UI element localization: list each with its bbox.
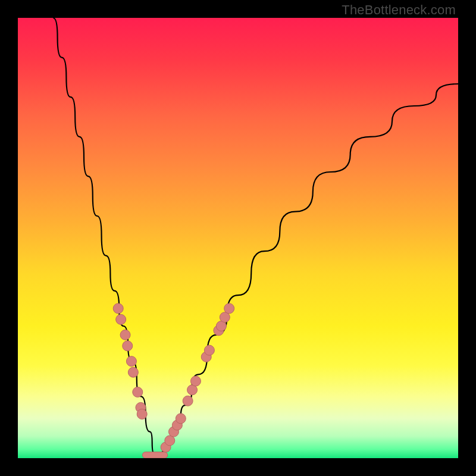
data-point (133, 387, 143, 397)
plot-area (18, 18, 458, 458)
bottleneck-curve (53, 18, 458, 454)
data-points-right-branch (161, 303, 234, 452)
data-point (128, 367, 138, 377)
bottleneck-curve-svg (18, 18, 458, 458)
data-points-left-branch (113, 303, 147, 419)
data-point (183, 396, 193, 406)
data-point (204, 345, 214, 355)
data-point (176, 414, 186, 424)
data-point (137, 409, 147, 419)
data-point (126, 356, 136, 367)
watermark-text: TheBottleneck.com (342, 2, 456, 18)
data-point (116, 314, 126, 324)
data-point (190, 376, 201, 386)
data-point (113, 303, 123, 314)
chart-frame: TheBottleneck.com (0, 0, 476, 476)
data-point (224, 303, 234, 314)
data-point (123, 341, 133, 351)
curve-trough-highlight (142, 452, 167, 458)
data-point (120, 330, 130, 340)
